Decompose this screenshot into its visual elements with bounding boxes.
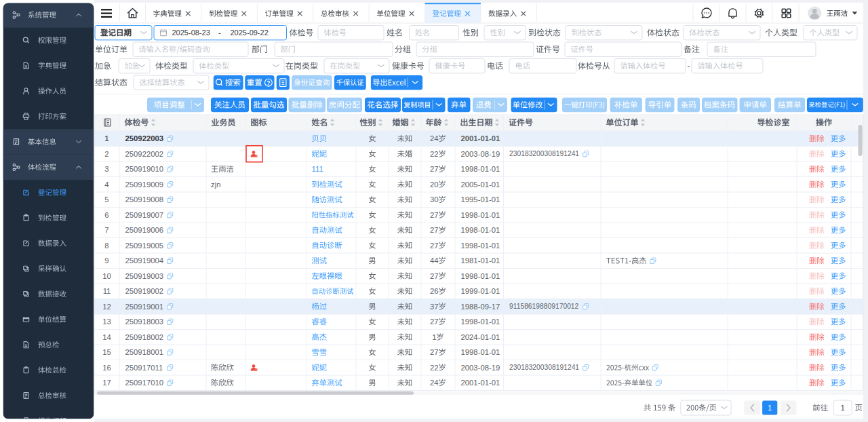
svg-text:2025-08-23: 2025-08-23 [172,28,210,37]
svg-text:250919002: 250919002 [125,287,164,295]
svg-text:26: 26 [430,287,439,295]
svg-text:1: 1 [768,404,772,412]
svg-text:250918002: 250918002 [125,333,164,341]
svg-text:1981-01-01: 1981-01-01 [461,256,500,265]
svg-text:250919007: 250919007 [125,211,164,219]
svg-text:250918001: 250918001 [125,348,164,356]
svg-text:250917010: 250917010 [125,379,164,387]
svg-text:27: 27 [430,226,439,234]
svg-text:44: 44 [430,256,439,265]
svg-text:250922003: 250922003 [125,134,164,142]
svg-text:37: 37 [430,303,439,311]
svg-text:250919004: 250919004 [125,256,164,265]
svg-text:230183200308191241: 230183200308191241 [509,150,579,157]
svg-text:250919008: 250919008 [125,195,164,204]
svg-text:8: 8 [104,242,108,250]
svg-text:1988-09-17: 1988-09-17 [461,303,500,311]
svg-text:2003-08-19: 2003-08-19 [461,150,500,158]
svg-text:16: 16 [102,364,111,372]
svg-text:30: 30 [430,195,439,204]
svg-text:250919010: 250919010 [125,165,164,173]
svg-text:27: 27 [430,318,439,326]
svg-text:27: 27 [430,211,439,219]
svg-text:20: 20 [430,180,439,189]
svg-text:1: 1 [104,134,108,142]
svg-text:1998-01-01: 1998-01-01 [461,272,500,280]
svg-text:1998-01-01: 1998-01-01 [461,348,500,356]
svg-text:1: 1 [432,333,436,341]
svg-text:1995-01-01: 1995-01-01 [461,195,500,204]
svg-text:1998-01-01: 1998-01-01 [461,165,500,173]
svg-text:13: 13 [102,318,111,326]
svg-text:1998-01-01: 1998-01-01 [461,226,500,234]
svg-text:250917011: 250917011 [125,364,163,372]
svg-text:2003-08-19: 2003-08-19 [461,364,500,372]
svg-text:5: 5 [104,195,108,204]
svg-text:1998-01-01: 1998-01-01 [461,242,500,250]
svg-text:250919005: 250919005 [125,242,164,250]
svg-text:1999-01-01: 1999-01-01 [461,287,500,295]
svg-text:14: 14 [102,333,111,341]
svg-text:12: 12 [102,303,111,311]
svg-text:3: 3 [104,165,108,173]
svg-text:zjn: zjn [211,180,220,189]
svg-text:24: 24 [430,134,439,142]
svg-text:-: - [218,28,221,37]
svg-text:1998-01-01: 1998-01-01 [461,211,500,219]
svg-text:27: 27 [430,242,439,250]
svg-text:15: 15 [102,348,111,356]
svg-text:230183200308191241: 230183200308191241 [509,364,579,371]
svg-text:?: ? [267,79,270,86]
svg-text:250919001: 250919001 [125,303,164,311]
svg-text:11: 11 [103,287,111,295]
svg-text:250922002: 250922002 [125,150,164,158]
svg-text:17: 17 [102,379,111,387]
svg-text:10: 10 [102,272,111,280]
svg-text:27: 27 [430,165,439,173]
svg-text:111: 111 [312,165,323,173]
svg-text:-: - [688,62,690,70]
svg-text:1998-01-01: 1998-01-01 [461,318,500,326]
svg-text:24: 24 [430,379,439,387]
svg-text:1: 1 [841,404,845,412]
svg-text:22: 22 [430,364,439,372]
svg-text:22: 22 [430,150,439,158]
svg-text:2005-01-01: 2005-01-01 [461,180,500,189]
svg-text:2001-01-01: 2001-01-01 [461,379,500,387]
svg-text:7: 7 [104,226,108,234]
svg-text:250919009: 250919009 [125,180,164,189]
svg-text:250919003: 250919003 [125,272,164,280]
svg-text:250919006: 250919006 [125,226,164,234]
svg-text:6: 6 [104,211,108,219]
svg-text:2: 2 [104,150,108,158]
svg-text:9: 9 [104,256,108,265]
svg-text:27: 27 [430,348,439,356]
svg-text:2024-01-01: 2024-01-01 [461,333,500,341]
svg-text:911586198809170012: 911586198809170012 [509,303,579,310]
svg-text:27: 27 [430,272,439,280]
svg-text:2001-01-01: 2001-01-01 [461,134,500,142]
svg-text:4: 4 [104,180,108,189]
svg-text:250918003: 250918003 [125,318,164,326]
svg-text:2025-09-22: 2025-09-22 [231,28,269,37]
